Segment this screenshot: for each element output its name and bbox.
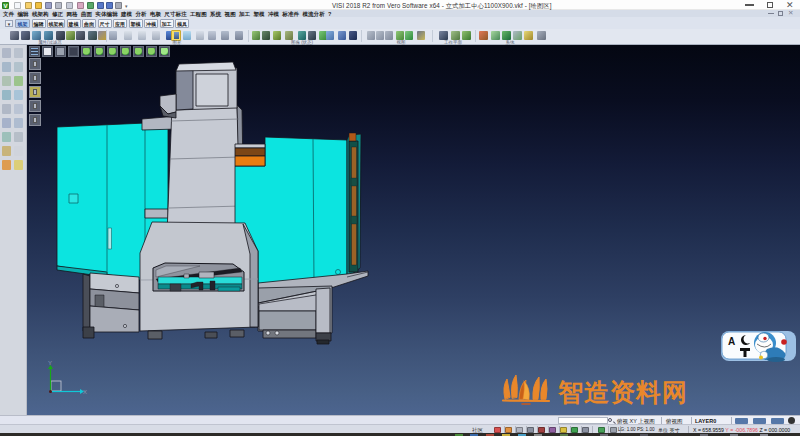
svg-text:智造资料网: 智造资料网 [557,378,688,406]
svg-text:X: X [83,389,87,395]
svg-text:Y: Y [48,360,52,366]
svg-text:A: A [728,336,735,347]
